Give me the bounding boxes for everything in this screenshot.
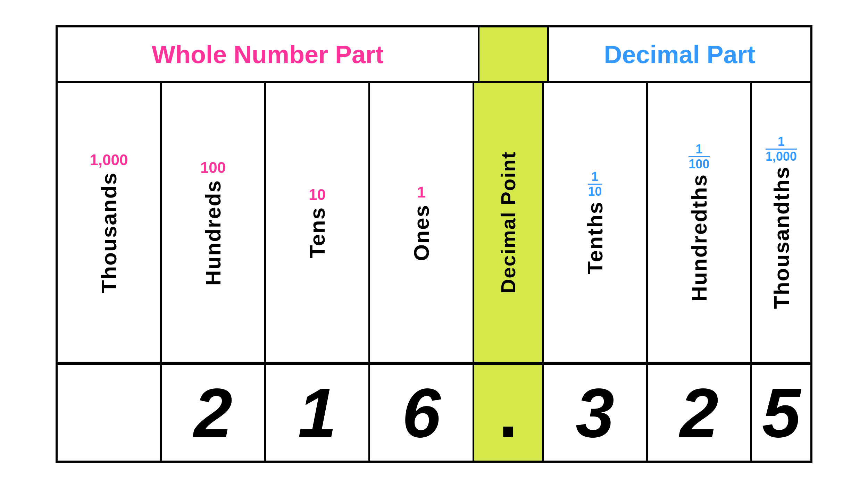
thousands-label: Thousands [97, 172, 121, 293]
decimal-part-header: Decimal Part [549, 27, 810, 81]
thousandths-digit: 5 [762, 378, 800, 448]
decimal-point-header [479, 27, 549, 81]
decimal-part-title: Decimal Part [604, 40, 755, 69]
thousandths-label: Thousandths [769, 166, 794, 309]
ones-digit-cell: 6 [370, 365, 474, 461]
hundreds-cell: 100 Hundreds [162, 83, 266, 362]
digit-value-row: 2 1 6 . 3 2 5 [58, 363, 810, 461]
tenths-digit: 3 [576, 378, 614, 448]
decimal-point-label: Decimal Point [496, 151, 520, 294]
place-value-table: Whole Number Part Decimal Part 1,000 Tho… [56, 25, 812, 463]
hundredths-fraction-num: 1 [688, 143, 709, 157]
tenths-label: Tenths [583, 201, 607, 275]
hundreds-label: Hundreds [201, 180, 225, 286]
tens-digit: 1 [298, 378, 336, 448]
tenths-cell: 1 10 Tenths [544, 83, 648, 362]
thousandths-cell: 1 1,000 Thousandths [752, 83, 810, 362]
decimal-point-place-cell: Decimal Point [474, 83, 544, 362]
hundreds-digit: 2 [194, 378, 232, 448]
thousandths-fraction: 1 1,000 [766, 135, 797, 163]
whole-number-header: Whole Number Part [58, 27, 479, 81]
thousandths-fraction-den: 1,000 [766, 150, 797, 163]
tens-label: Tens [305, 207, 329, 258]
tens-digit-cell: 1 [266, 365, 370, 461]
hundreds-value: 100 [200, 159, 226, 176]
whole-number-title: Whole Number Part [152, 40, 384, 69]
hundreds-digit-cell: 2 [162, 365, 266, 461]
hundredths-cell: 1 100 Hundredths [648, 83, 752, 362]
ones-value: 1 [417, 184, 425, 201]
tens-cell: 10 Tens [266, 83, 370, 362]
ones-digit: 6 [402, 378, 441, 448]
ones-cell: 1 Ones [370, 83, 474, 362]
hundredths-digit: 2 [680, 378, 718, 448]
hundredths-digit-cell: 2 [648, 365, 752, 461]
place-names-row: 1,000 Thousands 100 Hundreds 10 Tens 1 O… [58, 83, 810, 363]
thousandths-fraction-num: 1 [766, 135, 797, 150]
ones-label: Ones [409, 204, 434, 261]
hundredths-label: Hundredths [687, 174, 711, 302]
hundredths-fraction: 1 100 [688, 143, 709, 170]
thousands-value: 1,000 [90, 151, 128, 169]
hundredths-fraction-den: 100 [688, 157, 709, 170]
thousandths-digit-cell: 5 [752, 365, 810, 461]
tenths-digit-cell: 3 [544, 365, 648, 461]
header-row: Whole Number Part Decimal Part [58, 27, 810, 83]
thousands-digit-cell [58, 365, 162, 461]
tenths-fraction: 1 10 [588, 170, 602, 198]
decimal-dot: . [499, 378, 518, 448]
tenths-fraction-den: 10 [588, 185, 602, 198]
tenths-fraction-num: 1 [588, 170, 602, 185]
decimal-dot-cell: . [474, 365, 544, 461]
tens-value: 10 [309, 186, 326, 203]
thousands-cell: 1,000 Thousands [58, 83, 162, 362]
